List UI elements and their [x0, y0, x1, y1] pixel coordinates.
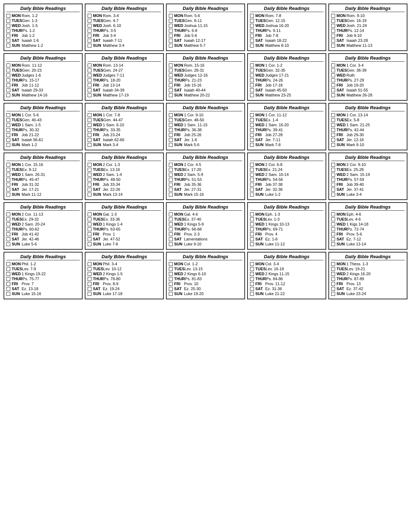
checkbox[interactable]: [169, 63, 173, 67]
checkbox[interactable]: [331, 272, 335, 276]
checkbox[interactable]: [6, 173, 10, 177]
checkbox[interactable]: [250, 282, 254, 286]
checkbox[interactable]: [169, 168, 173, 172]
checkbox[interactable]: [88, 237, 91, 241]
checkbox[interactable]: [169, 188, 173, 192]
checkbox[interactable]: [169, 193, 173, 196]
checkbox[interactable]: [331, 262, 335, 266]
checkbox[interactable]: [250, 272, 254, 276]
checkbox[interactable]: [250, 93, 254, 97]
checkbox[interactable]: [250, 63, 254, 67]
checkbox[interactable]: [169, 287, 173, 291]
checkbox[interactable]: [331, 24, 335, 28]
checkbox[interactable]: [169, 282, 173, 286]
checkbox[interactable]: [169, 277, 173, 281]
checkbox[interactable]: [250, 83, 254, 87]
checkbox[interactable]: [6, 83, 10, 87]
checkbox[interactable]: [6, 123, 10, 127]
checkbox[interactable]: [88, 287, 91, 291]
checkbox[interactable]: [88, 227, 91, 231]
checkbox[interactable]: [331, 287, 335, 291]
checkbox[interactable]: [88, 183, 91, 187]
checkbox[interactable]: [88, 212, 91, 216]
checkbox[interactable]: [250, 237, 254, 241]
checkbox[interactable]: [88, 34, 91, 38]
checkbox[interactable]: [88, 217, 91, 221]
checkbox[interactable]: [169, 34, 173, 38]
checkbox[interactable]: [6, 19, 10, 23]
checkbox[interactable]: [250, 212, 254, 216]
checkbox[interactable]: [88, 282, 91, 286]
checkbox[interactable]: [88, 73, 91, 77]
checkbox[interactable]: [88, 44, 91, 48]
checkbox[interactable]: [169, 143, 173, 147]
checkbox[interactable]: [250, 232, 254, 236]
checkbox[interactable]: [6, 93, 10, 97]
checkbox[interactable]: [88, 178, 91, 182]
checkbox[interactable]: [6, 282, 10, 286]
checkbox[interactable]: [88, 128, 91, 132]
checkbox[interactable]: [250, 222, 254, 226]
checkbox[interactable]: [88, 113, 91, 117]
checkbox[interactable]: [169, 178, 173, 182]
checkbox[interactable]: [6, 29, 10, 33]
checkbox[interactable]: [331, 178, 335, 182]
checkbox[interactable]: [6, 63, 10, 67]
checkbox[interactable]: [88, 193, 91, 196]
checkbox[interactable]: [331, 168, 335, 172]
checkbox[interactable]: [6, 292, 10, 296]
checkbox[interactable]: [169, 24, 173, 28]
checkbox[interactable]: [88, 88, 91, 92]
checkbox[interactable]: [88, 68, 91, 72]
checkbox[interactable]: [6, 227, 10, 231]
checkbox[interactable]: [6, 14, 10, 18]
checkbox[interactable]: [6, 237, 10, 241]
checkbox[interactable]: [250, 193, 254, 196]
checkbox[interactable]: [169, 44, 173, 48]
checkbox[interactable]: [88, 242, 91, 246]
checkbox[interactable]: [250, 19, 254, 23]
checkbox[interactable]: [250, 73, 254, 77]
checkbox[interactable]: [331, 193, 335, 196]
checkbox[interactable]: [88, 39, 91, 43]
checkbox[interactable]: [6, 88, 10, 92]
checkbox[interactable]: [88, 123, 91, 127]
checkbox[interactable]: [6, 68, 10, 72]
checkbox[interactable]: [88, 163, 91, 167]
checkbox[interactable]: [250, 292, 254, 296]
checkbox[interactable]: [331, 19, 335, 23]
checkbox[interactable]: [331, 242, 335, 246]
checkbox[interactable]: [331, 29, 335, 33]
checkbox[interactable]: [331, 227, 335, 231]
checkbox[interactable]: [169, 83, 173, 87]
checkbox[interactable]: [250, 138, 254, 142]
checkbox[interactable]: [331, 73, 335, 77]
checkbox[interactable]: [88, 19, 91, 23]
checkbox[interactable]: [250, 173, 254, 177]
checkbox[interactable]: [250, 34, 254, 38]
checkbox[interactable]: [331, 34, 335, 38]
checkbox[interactable]: [169, 128, 173, 132]
checkbox[interactable]: [169, 73, 173, 77]
checkbox[interactable]: [88, 168, 91, 172]
checkbox[interactable]: [6, 128, 10, 132]
checkbox[interactable]: [169, 237, 173, 241]
checkbox[interactable]: [331, 44, 335, 48]
checkbox[interactable]: [169, 123, 173, 127]
checkbox[interactable]: [88, 14, 91, 18]
checkbox[interactable]: [169, 232, 173, 236]
checkbox[interactable]: [331, 68, 335, 72]
checkbox[interactable]: [88, 24, 91, 28]
checkbox[interactable]: [88, 118, 91, 122]
checkbox[interactable]: [331, 217, 335, 221]
checkbox[interactable]: [6, 178, 10, 182]
checkbox[interactable]: [169, 14, 173, 18]
checkbox[interactable]: [331, 232, 335, 236]
checkbox[interactable]: [169, 138, 173, 142]
checkbox[interactable]: [169, 19, 173, 23]
checkbox[interactable]: [6, 163, 10, 167]
checkbox[interactable]: [88, 93, 91, 97]
checkbox[interactable]: [88, 222, 91, 226]
checkbox[interactable]: [6, 168, 10, 172]
checkbox[interactable]: [6, 222, 10, 226]
